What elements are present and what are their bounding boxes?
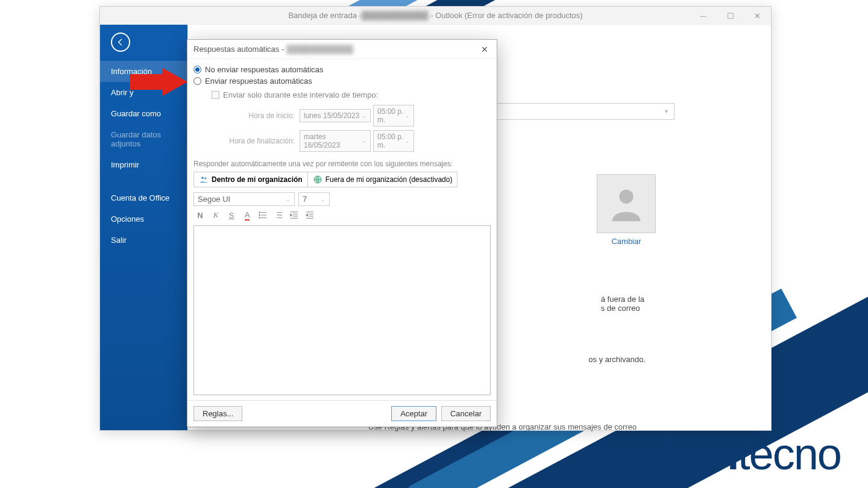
end-time-label: Hora de finalización: bbox=[224, 137, 295, 145]
bullet-list-button[interactable] bbox=[256, 208, 269, 222]
dialog-close-button[interactable]: ✕ bbox=[476, 42, 493, 57]
start-time-label: Hora de inicio: bbox=[224, 111, 295, 120]
rules-button[interactable]: Reglas... bbox=[193, 406, 242, 421]
radio-send[interactable]: Enviar respuestas automáticas bbox=[193, 77, 491, 86]
svg-marker-18 bbox=[291, 214, 292, 216]
italic-button[interactable]: K bbox=[209, 208, 222, 222]
dialog-title: Respuestas automáticas - ████████████ bbox=[187, 40, 497, 59]
chevron-down-icon: ⌄ bbox=[362, 113, 366, 119]
svg-point-3 bbox=[204, 177, 206, 179]
window-title-right: - Outlook (Error de activación de produc… bbox=[430, 11, 582, 20]
avatar-placeholder bbox=[597, 174, 656, 233]
sidebar-item-exit[interactable]: Salir bbox=[100, 230, 187, 251]
svg-point-5 bbox=[259, 212, 260, 213]
chevron-down-icon: ⌄ bbox=[362, 138, 366, 144]
underline-button[interactable]: S bbox=[225, 208, 238, 222]
number-list-button[interactable] bbox=[272, 208, 285, 222]
end-time-select[interactable]: 05:00 p. m.⌄ bbox=[373, 130, 414, 152]
font-size-select[interactable]: 7⌄ bbox=[298, 192, 330, 206]
radio-unchecked-icon bbox=[193, 77, 201, 85]
sidebar-item-options[interactable]: Opciones bbox=[100, 208, 187, 230]
svg-point-0 bbox=[619, 190, 633, 204]
outdent-button[interactable] bbox=[288, 208, 301, 222]
font-color-button[interactable]: A bbox=[241, 208, 254, 222]
titlebar: Bandeja de entrada - ████████████ - Outl… bbox=[100, 7, 771, 25]
indent-button[interactable] bbox=[303, 208, 316, 222]
people-icon bbox=[199, 175, 209, 184]
message-editor[interactable] bbox=[193, 225, 491, 395]
svg-point-9 bbox=[259, 217, 260, 219]
end-date-select[interactable]: martes 16/05/2023⌄ bbox=[300, 130, 371, 152]
font-family-select[interactable]: Segoe UI⌄ bbox=[193, 192, 295, 206]
tab-outside-org[interactable]: Fuera de mi organización (desactivado) bbox=[308, 172, 458, 187]
svg-point-2 bbox=[201, 177, 204, 179]
globe-icon bbox=[313, 175, 322, 184]
svg-marker-23 bbox=[306, 214, 308, 216]
sidebar-item-saveas[interactable]: Guardar como bbox=[100, 103, 187, 124]
window-title-left: Bandeja de entrada - bbox=[288, 11, 361, 20]
partial-text-2: os y archivando. bbox=[588, 355, 646, 364]
cancel-button[interactable]: Cancelar bbox=[441, 406, 491, 421]
back-button[interactable] bbox=[111, 33, 130, 52]
reply-section-label: Responder automáticamente una vez por re… bbox=[193, 160, 491, 168]
svg-marker-1 bbox=[130, 68, 187, 96]
maximize-button[interactable]: ☐ bbox=[717, 7, 744, 25]
minimize-button[interactable]: ─ bbox=[690, 7, 717, 25]
org-tabs: Dentro de mi organización Fuera de mi or… bbox=[193, 172, 458, 187]
tab-inside-org[interactable]: Dentro de mi organización bbox=[194, 172, 308, 187]
chevron-down-icon: ⌄ bbox=[321, 196, 326, 202]
close-window-button[interactable]: ✕ bbox=[744, 7, 771, 25]
change-link[interactable]: Cambiar bbox=[611, 237, 641, 246]
start-time-select[interactable]: 05:00 p. m.⌄ bbox=[373, 105, 414, 127]
chevron-down-icon: ⌄ bbox=[405, 138, 410, 144]
start-date-select[interactable]: lunes 15/05/2023⌄ bbox=[300, 109, 371, 122]
bold-button[interactable]: N bbox=[193, 208, 207, 222]
sidebar-item-print[interactable]: Imprimir bbox=[100, 154, 187, 175]
window-title-blurred: ████████████ bbox=[362, 11, 429, 20]
watermark-logo: urbantecno bbox=[620, 428, 841, 480]
ok-button[interactable]: Aceptar bbox=[391, 406, 436, 421]
sidebar-item-account[interactable]: Cuenta de Office bbox=[100, 187, 187, 208]
chevron-down-icon: ⌄ bbox=[405, 113, 410, 119]
sidebar-item-saveattach: Guardar datos adjuntos bbox=[100, 124, 187, 154]
chevron-down-icon: ▼ bbox=[664, 108, 669, 114]
radio-checked-icon bbox=[193, 66, 201, 74]
svg-point-7 bbox=[259, 214, 260, 216]
time-range-checkbox-row[interactable]: Enviar solo durante este intervalo de ti… bbox=[212, 90, 491, 99]
red-arrow-annotation bbox=[130, 68, 187, 98]
checkbox-icon bbox=[212, 91, 219, 99]
partial-text-1: á fuera de la s de correo bbox=[601, 295, 644, 313]
radio-no-send[interactable]: No enviar respuestas automáticas bbox=[193, 65, 491, 74]
chevron-down-icon: ⌄ bbox=[286, 196, 291, 202]
auto-reply-dialog: Respuestas automáticas - ████████████ ✕ … bbox=[187, 39, 497, 427]
